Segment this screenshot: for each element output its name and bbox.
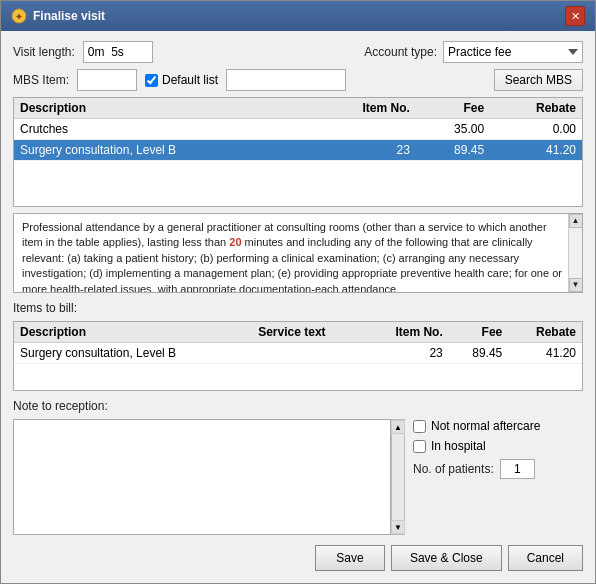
search-mbs-input[interactable] [226,69,346,91]
patients-input[interactable] [500,459,535,479]
bill-col-item-no: Item No. [365,322,449,343]
patients-row: No. of patients: [413,459,583,479]
in-hospital-label[interactable]: In hospital [413,439,583,453]
not-normal-aftercare-checkbox[interactable] [413,420,426,433]
mbs-item-label: MBS Item: [13,73,69,87]
account-type-row: Account type: Practice fee Medicare Priv… [364,41,583,63]
account-type-select[interactable]: Practice fee Medicare Private [443,41,583,63]
bill-table: Description Service text Item No. Fee Re… [13,321,583,391]
bill-col-rebate: Rebate [508,322,582,343]
bill-surgery-fee: 89.45 [449,343,509,364]
finalise-visit-window: ✦ Finalise visit ✕ Visit length: Account… [0,0,596,584]
bill-surgery-service [252,343,364,364]
bill-surgery-desc: Surgery consultation, Level B [14,343,252,364]
close-button[interactable]: ✕ [565,6,585,26]
default-list-checkbox[interactable] [145,74,158,87]
mbs-row-surgery-fee: 89.45 [416,140,490,161]
mbs-row-surgery-rebate: 41.20 [490,140,582,161]
in-hospital-checkbox[interactable] [413,440,426,453]
save-button[interactable]: Save [315,545,385,571]
svg-text:✦: ✦ [15,12,23,22]
bill-col-fee: Fee [449,322,509,343]
mbs-item-input[interactable] [77,69,137,91]
items-to-bill-label: Items to bill: [13,301,583,315]
col-rebate: Rebate [490,98,582,119]
visit-length-input[interactable] [83,41,153,63]
bill-table-header: Description Service text Item No. Fee Re… [14,322,582,343]
in-hospital-text: In hospital [431,439,486,453]
note-label: Note to reception: [13,399,583,413]
note-scroll-track [392,434,404,520]
col-description: Description [14,98,311,119]
note-scroll-up[interactable]: ▲ [391,420,405,434]
title-bar: ✦ Finalise visit ✕ [1,1,595,31]
not-normal-aftercare-label[interactable]: Not normal aftercare [413,419,583,433]
bill-col-service-text: Service text [252,322,364,343]
scroll-up-arrow[interactable]: ▲ [569,214,583,228]
note-area-wrapper: ▲ ▼ [13,419,405,535]
save-close-button[interactable]: Save & Close [391,545,502,571]
window-icon: ✦ [11,8,27,24]
mbs-table: Description Item No. Fee Rebate Crutches… [13,97,583,207]
bill-col-description: Description [14,322,252,343]
mbs-item-row: MBS Item: Default list Search MBS [13,69,583,91]
cancel-button[interactable]: Cancel [508,545,583,571]
button-row: Save Save & Close Cancel [13,541,583,573]
visit-length-label: Visit length: [13,45,75,59]
search-mbs-button[interactable]: Search MBS [494,69,583,91]
scroll-down-arrow[interactable]: ▼ [569,278,583,292]
not-normal-aftercare-text: Not normal aftercare [431,419,540,433]
bottom-area: ▲ ▼ Not normal aftercare In hospital No.… [13,419,583,535]
mbs-row-crutches-rebate: 0.00 [490,119,582,140]
visit-length-row: Visit length: Account type: Practice fee… [13,41,583,63]
mbs-table-header: Description Item No. Fee Rebate [14,98,582,119]
default-list-checkbox-label[interactable]: Default list [145,73,218,87]
mbs-row-surgery-desc: Surgery consultation, Level B [14,140,311,161]
mbs-row-surgery[interactable]: Surgery consultation, Level B 23 89.45 4… [14,140,582,161]
bill-row-surgery[interactable]: Surgery consultation, Level B 23 89.45 4… [14,343,582,364]
mbs-row-crutches-fee: 35.00 [416,119,490,140]
description-scrollbar: ▲ ▼ [568,214,582,292]
right-panel: Not normal aftercare In hospital No. of … [413,419,583,535]
mbs-row-crutches-itemno [311,119,416,140]
mbs-row-crutches-desc: Crutches [14,119,311,140]
default-list-label: Default list [162,73,218,87]
bill-surgery-rebate: 41.20 [508,343,582,364]
col-item-no: Item No. [311,98,416,119]
patients-label: No. of patients: [413,462,494,476]
account-type-label: Account type: [364,45,437,59]
mbs-row-crutches[interactable]: Crutches 35.00 0.00 [14,119,582,140]
window-title: Finalise visit [33,9,105,23]
note-scrollbar: ▲ ▼ [391,419,405,535]
col-fee: Fee [416,98,490,119]
mbs-row-surgery-itemno: 23 [311,140,416,161]
description-panel: Professional attendance by a general pra… [13,213,583,293]
description-highlight: 20 [229,236,241,248]
dialog-content: Visit length: Account type: Practice fee… [1,31,595,583]
note-textarea[interactable] [13,419,391,535]
note-scroll-down[interactable]: ▼ [391,520,405,534]
bill-surgery-itemno: 23 [365,343,449,364]
